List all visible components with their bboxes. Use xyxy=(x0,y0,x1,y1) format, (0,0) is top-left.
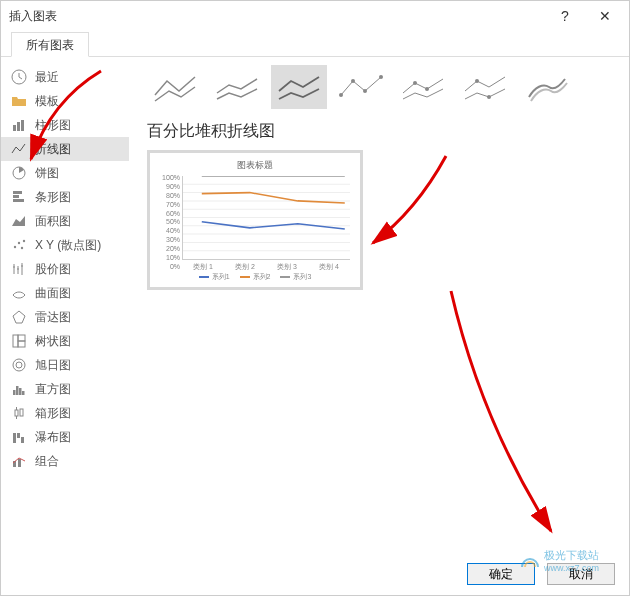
sidebar-item-combo[interactable]: 组合 xyxy=(1,449,129,473)
svg-rect-24 xyxy=(20,409,23,416)
sidebar-item-label: 瀑布图 xyxy=(35,429,71,446)
subtype-stacked-line-markers[interactable] xyxy=(395,65,451,109)
help-button[interactable]: ? xyxy=(549,4,581,28)
dialog-body: 最近 模板 柱形图 折线图 饼图 条形图 面积图 X Y (散点图) 股价图 曲… xyxy=(1,57,629,537)
svg-rect-25 xyxy=(13,433,16,443)
sidebar-item-column[interactable]: 柱形图 xyxy=(1,113,129,137)
svg-point-36 xyxy=(475,79,479,83)
tab-all-charts[interactable]: 所有图表 xyxy=(11,32,89,57)
tab-row: 所有图表 xyxy=(1,31,629,57)
svg-rect-5 xyxy=(13,195,19,198)
sidebar-item-label: 旭日图 xyxy=(35,357,71,374)
window-controls: ? ✕ xyxy=(549,4,621,28)
dialog-title: 插入图表 xyxy=(9,8,57,25)
waterfall-icon xyxy=(11,429,27,445)
sidebar-item-recent[interactable]: 最近 xyxy=(1,65,129,89)
chart-legend: 系列1 系列2 系列3 xyxy=(158,272,352,282)
svg-point-10 xyxy=(23,240,25,242)
svg-rect-1 xyxy=(17,122,20,131)
sidebar-item-pie[interactable]: 饼图 xyxy=(1,161,129,185)
svg-rect-20 xyxy=(22,391,25,395)
svg-point-34 xyxy=(413,81,417,85)
svg-rect-19 xyxy=(19,388,22,395)
sidebar-item-waterfall[interactable]: 瀑布图 xyxy=(1,425,129,449)
svg-rect-17 xyxy=(13,390,16,395)
svg-rect-0 xyxy=(13,125,16,131)
chart-preview-title: 图表标题 xyxy=(158,159,352,172)
sidebar-item-label: 曲面图 xyxy=(35,285,71,302)
sidebar-item-label: 模板 xyxy=(35,93,59,110)
folder-icon xyxy=(11,93,27,109)
sidebar-item-label: 箱形图 xyxy=(35,405,71,422)
chart-preview-card[interactable]: 图表标题 100% 90% 80% 70% 60% 50% 40% 30% 20… xyxy=(147,150,363,290)
sidebar-item-label: 柱形图 xyxy=(35,117,71,134)
svg-point-8 xyxy=(18,242,20,244)
line-chart-icon xyxy=(11,141,27,157)
sidebar-item-sunburst[interactable]: 旭日图 xyxy=(1,353,129,377)
dialog-footer: 确定 取消 xyxy=(467,563,615,585)
sidebar-item-radar[interactable]: 雷达图 xyxy=(1,305,129,329)
x-axis-labels: 类别 1 类别 2 类别 3 类别 4 xyxy=(182,262,350,272)
svg-rect-21 xyxy=(15,410,18,416)
subtype-stacked-line[interactable] xyxy=(209,65,265,109)
column-chart-icon xyxy=(11,117,27,133)
svg-rect-2 xyxy=(21,120,24,131)
sidebar-item-label: 最近 xyxy=(35,69,59,86)
svg-rect-26 xyxy=(17,433,20,438)
sidebar-item-label: 条形图 xyxy=(35,189,71,206)
subtype-line[interactable] xyxy=(147,65,203,109)
sidebar-item-box[interactable]: 箱形图 xyxy=(1,401,129,425)
sidebar-item-label: 面积图 xyxy=(35,213,71,230)
sidebar-item-stock[interactable]: 股价图 xyxy=(1,257,129,281)
sidebar-item-surface[interactable]: 曲面图 xyxy=(1,281,129,305)
svg-rect-27 xyxy=(21,437,24,443)
sidebar-item-label: 直方图 xyxy=(35,381,71,398)
bar-chart-icon xyxy=(11,189,27,205)
svg-point-16 xyxy=(16,362,22,368)
selected-chart-type-title: 百分比堆积折线图 xyxy=(147,121,611,142)
recent-icon xyxy=(11,69,27,85)
box-whisker-icon xyxy=(11,405,27,421)
sidebar-item-treemap[interactable]: 树状图 xyxy=(1,329,129,353)
subtype-thumbnails xyxy=(147,65,611,109)
insert-chart-dialog: 插入图表 ? ✕ 所有图表 最近 模板 柱形图 折线图 饼图 条形图 面积图 X… xyxy=(0,0,630,596)
sidebar-item-histogram[interactable]: 直方图 xyxy=(1,377,129,401)
svg-point-33 xyxy=(379,75,383,79)
sidebar-item-label: 树状图 xyxy=(35,333,71,350)
sidebar-item-label: 饼图 xyxy=(35,165,59,182)
subtype-3d-line[interactable] xyxy=(519,65,575,109)
sidebar-item-area[interactable]: 面积图 xyxy=(1,209,129,233)
sidebar-item-scatter[interactable]: X Y (散点图) xyxy=(1,233,129,257)
sidebar-item-label: 雷达图 xyxy=(35,309,71,326)
svg-rect-18 xyxy=(16,386,19,395)
svg-point-31 xyxy=(351,79,355,83)
stock-chart-icon xyxy=(11,261,27,277)
svg-rect-4 xyxy=(13,191,22,194)
svg-point-15 xyxy=(13,359,25,371)
sunburst-icon xyxy=(11,357,27,373)
pie-chart-icon xyxy=(11,165,27,181)
titlebar: 插入图表 ? ✕ xyxy=(1,1,629,31)
sidebar-item-template[interactable]: 模板 xyxy=(1,89,129,113)
sidebar-item-label: 股价图 xyxy=(35,261,71,278)
chart-preview-plot: 100% 90% 80% 70% 60% 50% 40% 30% 20% 10%… xyxy=(158,174,352,270)
ok-button[interactable]: 确定 xyxy=(467,563,535,585)
svg-rect-6 xyxy=(13,199,24,202)
subtype-percent-stacked-line-markers[interactable] xyxy=(457,65,513,109)
main-panel: 百分比堆积折线图 图表标题 100% 90% 80% 70% 60% 50% 4… xyxy=(129,57,629,537)
sidebar-item-bar[interactable]: 条形图 xyxy=(1,185,129,209)
subtype-line-markers[interactable] xyxy=(333,65,389,109)
subtype-percent-stacked-line[interactable] xyxy=(271,65,327,109)
surface-chart-icon xyxy=(11,285,27,301)
cancel-button[interactable]: 取消 xyxy=(547,563,615,585)
y-axis-labels: 100% 90% 80% 70% 60% 50% 40% 30% 20% 10%… xyxy=(158,174,180,270)
svg-rect-29 xyxy=(18,459,21,467)
svg-rect-12 xyxy=(13,335,18,347)
svg-rect-14 xyxy=(18,341,25,347)
svg-rect-13 xyxy=(18,335,25,341)
close-button[interactable]: ✕ xyxy=(589,4,621,28)
svg-point-32 xyxy=(363,89,367,93)
chart-category-sidebar: 最近 模板 柱形图 折线图 饼图 条形图 面积图 X Y (散点图) 股价图 曲… xyxy=(1,57,129,537)
svg-point-35 xyxy=(425,87,429,91)
sidebar-item-line[interactable]: 折线图 xyxy=(1,137,129,161)
